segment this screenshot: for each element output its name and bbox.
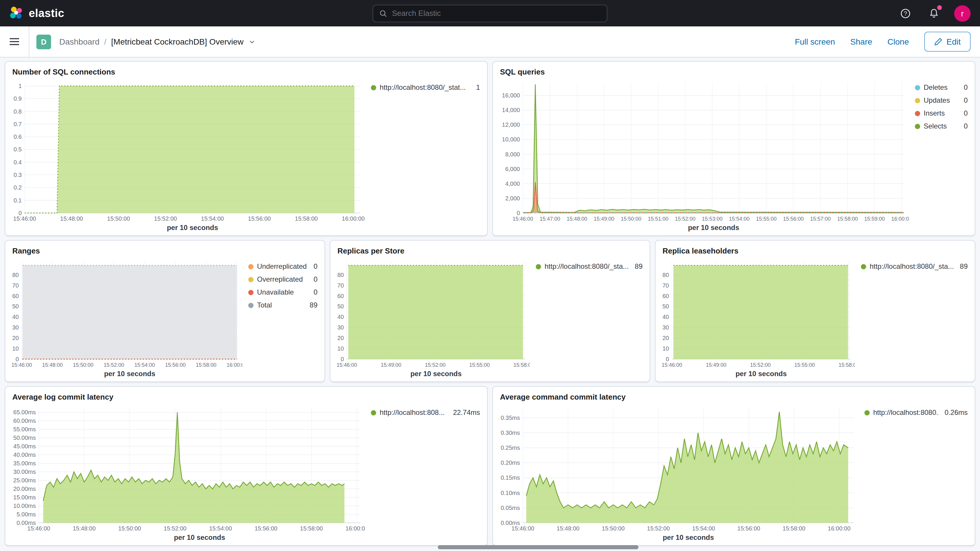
svg-text:15:54:00: 15:54:00 bbox=[692, 525, 715, 532]
svg-text:0.00ms: 0.00ms bbox=[16, 519, 36, 526]
chart-area: 15:46:0015:49:0015:52:0015:55:0015:58:00… bbox=[330, 256, 650, 381]
legend-item[interactable]: Total89 bbox=[248, 301, 318, 309]
legend-value: 89 bbox=[635, 262, 643, 271]
svg-text:15:57:00: 15:57:00 bbox=[810, 216, 830, 222]
svg-text:16:00:00: 16:00:00 bbox=[342, 215, 365, 222]
legend-dot bbox=[371, 85, 376, 90]
svg-text:0: 0 bbox=[16, 356, 19, 362]
svg-text:0: 0 bbox=[517, 210, 520, 216]
legend-item[interactable]: Selects0 bbox=[915, 122, 968, 130]
title-chevron-down-icon[interactable] bbox=[248, 38, 256, 46]
share-button[interactable]: Share bbox=[850, 37, 872, 46]
svg-text:30: 30 bbox=[337, 324, 344, 331]
chart-canvas-average-command-commit-latency: 15:46:0015:48:0015:50:0015:52:0015:54:00… bbox=[496, 403, 859, 543]
svg-text:per 10 seconds: per 10 seconds bbox=[410, 370, 462, 377]
global-search[interactable] bbox=[372, 5, 608, 22]
svg-text:per 10 seconds: per 10 seconds bbox=[174, 533, 225, 541]
chart-canvas-number-of-sql-connections: 15:46:0015:48:0015:50:0015:52:0015:54:00… bbox=[9, 78, 365, 233]
svg-text:15:48:00: 15:48:00 bbox=[566, 216, 587, 222]
breadcrumb-dashboard-link[interactable]: Dashboard bbox=[59, 37, 99, 46]
panel-replica-leaseholders: Replica leaseholders 15:46:0015:49:0015:… bbox=[655, 240, 975, 382]
svg-text:15:46:00: 15:46:00 bbox=[11, 362, 32, 368]
panel-sql-queries: SQL queries 15:46:0015:47:0015:48:0015:4… bbox=[492, 61, 975, 236]
legend-item[interactable]: http://localhost:8080/_stat...1 bbox=[371, 83, 480, 92]
panel-title: Replicas per Store bbox=[330, 240, 650, 256]
svg-text:15:54:00: 15:54:00 bbox=[201, 215, 224, 222]
legend-item[interactable]: http://localhost:8080...0.26ms bbox=[864, 408, 968, 417]
panel-title: Number of SQL connections bbox=[5, 62, 487, 78]
legend-dot bbox=[371, 410, 376, 415]
legend-dot bbox=[248, 277, 253, 282]
svg-text:10,000: 10,000 bbox=[502, 136, 520, 143]
svg-text:15:58:00: 15:58:00 bbox=[196, 362, 216, 368]
brand-text: elastic bbox=[29, 7, 64, 20]
chart-average-command-commit-latency: 15:46:0015:48:0015:50:0015:52:0015:54:00… bbox=[496, 403, 859, 543]
svg-text:40: 40 bbox=[662, 314, 669, 320]
legend-dot bbox=[536, 264, 541, 269]
legend-dot bbox=[248, 290, 253, 295]
help-icon[interactable]: ? bbox=[898, 6, 913, 21]
search-input[interactable] bbox=[392, 9, 601, 18]
legend-label: http://localhost:8080... bbox=[873, 408, 939, 417]
user-avatar[interactable]: r bbox=[954, 5, 970, 21]
top-header-bar: elastic ? bbox=[0, 0, 980, 26]
svg-text:35.00ms: 35.00ms bbox=[13, 460, 36, 467]
svg-text:?: ? bbox=[904, 10, 907, 16]
legend-label: http://localhost:8080/_sta... bbox=[870, 262, 954, 271]
svg-text:80: 80 bbox=[12, 272, 19, 278]
svg-text:15:48:00: 15:48:00 bbox=[73, 525, 95, 532]
svg-text:8,000: 8,000 bbox=[505, 151, 520, 158]
svg-text:15:54:00: 15:54:00 bbox=[134, 362, 155, 368]
svg-text:15:54:00: 15:54:00 bbox=[209, 525, 232, 532]
svg-text:70: 70 bbox=[662, 282, 669, 289]
legend-item[interactable]: Deletes0 bbox=[915, 83, 968, 92]
legend-label: Inserts bbox=[924, 109, 958, 117]
svg-text:15:56:00: 15:56:00 bbox=[737, 525, 760, 532]
svg-text:15:55:00: 15:55:00 bbox=[794, 362, 815, 368]
svg-text:15:52:00: 15:52:00 bbox=[647, 525, 670, 532]
panel-replicas-per-store: Replicas per Store 15:46:0015:49:0015:52… bbox=[330, 240, 650, 382]
chart-canvas-ranges: 15:46:0015:48:0015:50:0015:52:0015:54:00… bbox=[9, 256, 242, 379]
legend-item[interactable]: Unavailable0 bbox=[248, 288, 318, 296]
legend-value: 0 bbox=[964, 83, 968, 92]
legend-value: 22.74ms bbox=[453, 408, 480, 417]
legend: http://localhost:8080/_sta...89 bbox=[530, 256, 645, 379]
svg-text:20: 20 bbox=[662, 335, 669, 341]
main-menu-button[interactable] bbox=[0, 26, 29, 57]
notifications-icon[interactable] bbox=[926, 6, 941, 21]
legend-item[interactable]: Overreplicated0 bbox=[248, 275, 318, 283]
legend-item[interactable]: Updates0 bbox=[915, 96, 968, 104]
legend-label: Underreplicated bbox=[257, 262, 308, 271]
legend-item[interactable]: Underreplicated0 bbox=[248, 262, 318, 271]
chart-area: 15:46:0015:48:0015:50:0015:52:0015:54:00… bbox=[493, 403, 975, 545]
svg-text:15:56:00: 15:56:00 bbox=[248, 215, 271, 222]
legend-dot bbox=[248, 303, 253, 308]
svg-text:20.00ms: 20.00ms bbox=[13, 486, 36, 492]
clone-button[interactable]: Clone bbox=[888, 37, 909, 46]
svg-text:0.4: 0.4 bbox=[13, 159, 22, 166]
edit-button[interactable]: Edit bbox=[924, 32, 970, 52]
elastic-brand[interactable]: elastic bbox=[0, 6, 64, 21]
svg-text:15:52:00: 15:52:00 bbox=[154, 215, 177, 222]
space-avatar-badge[interactable]: D bbox=[37, 34, 51, 49]
panel-title: Average command commit latency bbox=[493, 387, 975, 403]
legend-item[interactable]: http://localhost:808...22.74ms bbox=[371, 408, 480, 417]
elastic-logo-icon bbox=[9, 6, 24, 21]
legend-item[interactable]: http://localhost:8080/_sta...89 bbox=[861, 262, 968, 271]
legend-item[interactable]: http://localhost:8080/_sta...89 bbox=[536, 262, 643, 271]
svg-text:45.00ms: 45.00ms bbox=[13, 443, 36, 449]
breadcrumb-separator: / bbox=[104, 37, 107, 46]
legend-value: 89 bbox=[310, 301, 318, 309]
svg-text:15:54:00: 15:54:00 bbox=[729, 216, 750, 222]
svg-text:0.35ms: 0.35ms bbox=[501, 414, 520, 421]
svg-text:60: 60 bbox=[337, 293, 344, 299]
breadcrumb: Dashboard / [Metricbeat CockroachDB] Ove… bbox=[59, 37, 256, 46]
legend-label: Unavailable bbox=[257, 288, 308, 296]
legend-item[interactable]: Inserts0 bbox=[915, 109, 968, 117]
svg-text:per 10 seconds: per 10 seconds bbox=[688, 224, 740, 231]
svg-text:15:50:00: 15:50:00 bbox=[107, 215, 130, 222]
legend-label: Selects bbox=[924, 122, 958, 130]
horizontal-scrollbar-thumb[interactable] bbox=[438, 545, 638, 549]
legend-dot bbox=[915, 124, 920, 129]
full-screen-button[interactable]: Full screen bbox=[795, 37, 835, 46]
